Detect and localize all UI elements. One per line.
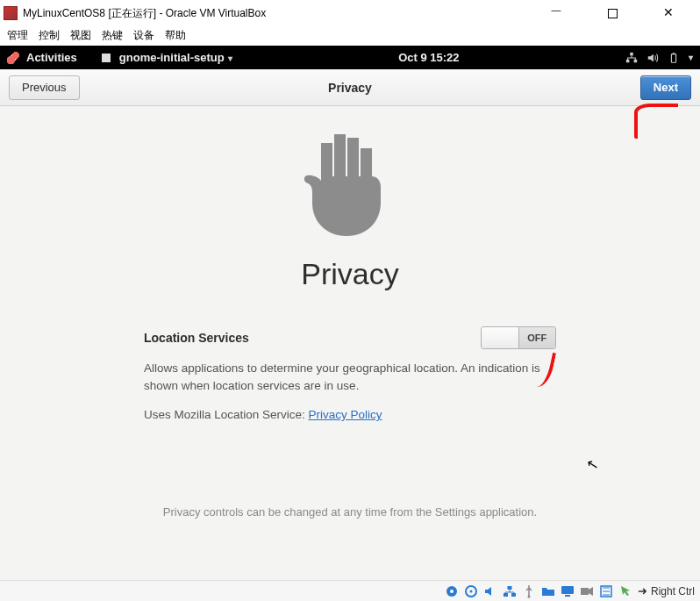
window-controls: [539, 5, 696, 21]
maximize-button[interactable]: [595, 5, 630, 21]
virtualbox-menubar: 管理 控制 视图 热键 设备 帮助: [0, 26, 700, 46]
hdd-indicator-icon[interactable]: [445, 584, 459, 598]
menu-hotkeys[interactable]: 热键: [102, 28, 123, 43]
minimize-button[interactable]: [539, 5, 574, 21]
menu-help[interactable]: 帮助: [165, 28, 186, 43]
previous-button[interactable]: Previous: [9, 75, 80, 100]
svg-rect-13: [561, 586, 574, 594]
uses-prefix: Uses Mozilla Location Service:: [144, 408, 309, 421]
toggle-knob: [482, 327, 519, 348]
svg-point-12: [527, 595, 530, 597]
mouse-integration-icon[interactable]: [618, 584, 632, 598]
host-key-label: Right Ctrl: [651, 585, 695, 597]
svg-rect-4: [673, 53, 675, 54]
footer-note: Privacy controls can be changed at any t…: [0, 505, 700, 519]
close-button[interactable]: [651, 5, 686, 21]
svg-rect-3: [671, 54, 675, 62]
audio-indicator-icon[interactable]: [483, 584, 497, 598]
menu-view[interactable]: 视图: [70, 28, 91, 43]
clock[interactable]: Oct 9 15:22: [232, 51, 625, 64]
host-key-indicator[interactable]: ➜ Right Ctrl: [638, 584, 695, 597]
svg-rect-9: [504, 593, 508, 597]
virtualbox-statusbar: ➜ Right Ctrl: [0, 580, 700, 601]
system-tray[interactable]: ▾: [625, 52, 693, 64]
activities-button[interactable]: Activities: [26, 51, 77, 64]
battery-icon: [668, 52, 680, 64]
svg-rect-0: [630, 52, 633, 55]
chevron-down-icon: ▾: [689, 53, 693, 62]
usb-indicator-icon[interactable]: [522, 584, 536, 598]
app-menu-label: gnome-initial-setup: [119, 51, 225, 64]
page-title: Privacy: [0, 81, 700, 95]
shared-folder-indicator-icon[interactable]: [541, 584, 555, 598]
virtualbox-titlebar: MyLinuxCentOS8 [正在运行] - Oracle VM Virtua…: [0, 0, 700, 26]
location-services-provider: Uses Mozilla Location Service: Privacy P…: [144, 406, 556, 424]
gnome-footprint-icon: [7, 52, 19, 64]
svg-point-8: [469, 590, 472, 592]
setup-body: Privacy Location Services OFF Allows app…: [0, 106, 700, 580]
virtualbox-app-icon: [4, 6, 18, 20]
svg-rect-2: [634, 59, 638, 62]
app-indicator-icon: [102, 54, 111, 62]
menu-manage[interactable]: 管理: [7, 28, 28, 43]
privacy-hand-icon: [302, 132, 398, 238]
location-services-description: Allows applications to determine your ge…: [144, 360, 556, 394]
volume-icon: [646, 52, 659, 64]
location-services-toggle[interactable]: OFF: [481, 326, 556, 349]
network-icon: [625, 52, 638, 64]
toggle-state: OFF: [519, 327, 556, 348]
svg-rect-14: [565, 595, 570, 597]
svg-rect-1: [626, 59, 630, 62]
guest-screen: Activities gnome-initial-setup Oct 9 15:…: [0, 46, 700, 580]
svg-rect-15: [581, 588, 589, 595]
location-services-label: Location Services: [144, 331, 249, 345]
optical-indicator-icon[interactable]: [464, 584, 478, 598]
recording-indicator-icon[interactable]: [580, 584, 594, 598]
heading-privacy: Privacy: [131, 257, 569, 291]
menu-control[interactable]: 控制: [39, 28, 60, 43]
svg-rect-11: [507, 586, 511, 590]
menu-devices[interactable]: 设备: [133, 28, 154, 43]
display-indicator-icon[interactable]: [561, 584, 575, 598]
next-button[interactable]: Next: [640, 75, 691, 100]
privacy-policy-link[interactable]: Privacy Policy: [309, 408, 382, 421]
svg-point-6: [450, 590, 454, 593]
gnome-topbar: Activities gnome-initial-setup Oct 9 15:…: [0, 46, 700, 69]
window-title: MyLinuxCentOS8 [正在运行] - Oracle VM Virtua…: [23, 6, 539, 21]
location-services-row: Location Services OFF: [144, 326, 556, 349]
app-menu[interactable]: gnome-initial-setup: [119, 51, 232, 64]
svg-rect-10: [511, 593, 516, 597]
features-indicator-icon[interactable]: [599, 584, 613, 598]
setup-headerbar: Previous Privacy Next: [0, 69, 700, 106]
host-key-arrow-icon: ➜: [638, 584, 647, 597]
network-indicator-icon[interactable]: [503, 584, 517, 598]
